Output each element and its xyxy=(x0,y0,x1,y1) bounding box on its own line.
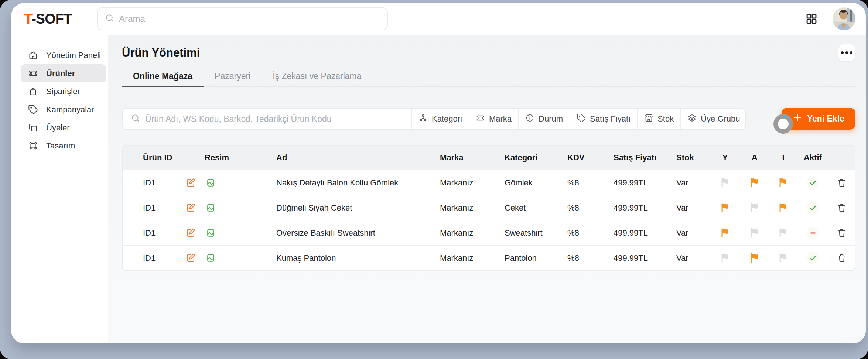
filter-durum[interactable]: Durum xyxy=(518,109,570,129)
filter-label: Satış Fiyatı xyxy=(590,114,631,124)
col-header-i: I xyxy=(769,153,797,163)
sidebar-item-uyeler[interactable]: Üyeler xyxy=(21,119,106,137)
sidebar-item-siparisler[interactable]: Siparişler xyxy=(21,82,106,100)
brand-logo-accent: T xyxy=(24,11,31,27)
sidebar-item-yonetim-paneli[interactable]: Yönetim Paneli xyxy=(21,46,106,64)
global-search-input[interactable] xyxy=(119,14,380,24)
image-icon[interactable] xyxy=(206,178,216,188)
click-indicator xyxy=(773,114,793,134)
product-name: Nakış Detaylı Balon Kollu Gömlek xyxy=(274,178,437,188)
edit-icon[interactable] xyxy=(186,228,196,238)
product-id: ID1 xyxy=(123,253,184,263)
product-kdv: %8 xyxy=(564,228,611,238)
trash-icon[interactable] xyxy=(837,253,847,263)
col-header-stok: Stok xyxy=(673,153,710,163)
filter-stok[interactable]: Stok xyxy=(637,109,680,129)
flag-i-icon[interactable] xyxy=(778,227,789,239)
active-status-icon[interactable] xyxy=(807,202,819,214)
filter-kategori[interactable]: Kategori xyxy=(411,109,469,129)
col-header-ad: Ad xyxy=(274,153,437,163)
col-header-a: A xyxy=(740,153,769,163)
table-row: ID1 Kumaş Pantolon Markanız Pantolon %8 … xyxy=(123,245,855,270)
filter-uye-grubu[interactable]: Üye Grubu xyxy=(680,109,746,129)
flag-y-icon[interactable] xyxy=(720,252,731,264)
filter-satis-fiyati[interactable]: Satış Fiyatı xyxy=(570,109,637,129)
col-header-resim: Resim xyxy=(184,153,274,163)
product-brand: Markanız xyxy=(437,203,502,213)
edit-icon[interactable] xyxy=(186,253,196,263)
row-quick-icons xyxy=(184,228,274,238)
col-header-aktif: Aktif xyxy=(797,153,828,163)
sidebar-item-tasarim[interactable]: Tasarım xyxy=(21,137,106,155)
row-quick-icons xyxy=(184,178,274,188)
product-brand: Markanız xyxy=(437,253,502,263)
active-status-icon[interactable] xyxy=(807,227,819,239)
flag-a-icon[interactable] xyxy=(749,202,761,213)
trash-icon[interactable] xyxy=(837,178,847,188)
col-header-y: Y xyxy=(710,153,740,163)
info-circle-icon xyxy=(525,113,534,125)
col-header-marka: Marka xyxy=(437,153,502,163)
edit-icon[interactable] xyxy=(186,203,196,213)
search-icon xyxy=(131,113,140,124)
flag-a-icon[interactable] xyxy=(749,252,761,264)
hierarchy-icon xyxy=(418,113,428,125)
flag-a-icon[interactable] xyxy=(749,177,761,188)
edit-icon[interactable] xyxy=(186,178,196,188)
sidebar-item-label: Kampanyalar xyxy=(46,105,94,114)
active-status-icon[interactable] xyxy=(807,252,819,264)
page-title: Ürün Yönetimi xyxy=(122,46,200,59)
row-quick-icons xyxy=(184,253,274,263)
user-avatar[interactable] xyxy=(833,7,855,30)
layers-icon xyxy=(687,113,697,125)
product-search-input[interactable] xyxy=(145,114,403,124)
brand-logo-text: -SOFT xyxy=(31,11,72,27)
filter-marka[interactable]: Marka xyxy=(469,109,518,129)
table-row: ID1 Oversize Baskılı Sweatshirt Markanız… xyxy=(123,220,855,245)
product-name: Düğmeli Siyah Ceket xyxy=(274,203,437,213)
flag-y-icon[interactable] xyxy=(720,227,731,239)
filter-label: Durum xyxy=(539,114,563,124)
ticket-icon xyxy=(28,68,38,78)
flag-i-icon[interactable] xyxy=(778,252,789,264)
active-status-icon[interactable] xyxy=(807,177,819,189)
sidebar-item-label: Siparişler xyxy=(46,87,80,96)
grid-apps-icon[interactable] xyxy=(804,11,819,27)
row-quick-icons xyxy=(184,203,274,213)
tab-online-magaza[interactable]: Online Mağaza xyxy=(122,66,204,86)
product-price: 499.99TL xyxy=(611,228,673,238)
col-header-kdv: KDV xyxy=(564,153,611,163)
image-icon[interactable] xyxy=(206,228,216,238)
product-search[interactable] xyxy=(123,109,411,129)
tab-pazaryeri[interactable]: Pazaryeri xyxy=(204,66,262,86)
shopping-bag-icon xyxy=(28,86,38,96)
trash-icon[interactable] xyxy=(837,203,847,213)
col-header-urun-id: Ürün ID xyxy=(123,153,184,163)
product-stock: Var xyxy=(673,203,710,213)
filter-label: Stok xyxy=(657,114,674,124)
product-name: Kumaş Pantolon xyxy=(274,253,437,263)
product-id: ID1 xyxy=(123,178,184,188)
sidebar-item-kampanyalar[interactable]: Kampanyalar xyxy=(21,100,106,119)
flag-y-icon[interactable] xyxy=(720,177,731,188)
global-search[interactable] xyxy=(97,7,388,30)
product-stock: Var xyxy=(673,178,710,188)
filter-label: Marka xyxy=(489,114,512,124)
product-stock: Var xyxy=(673,253,710,263)
image-icon[interactable] xyxy=(206,253,216,263)
more-options-button[interactable] xyxy=(838,44,855,61)
tag-icon xyxy=(577,113,586,125)
product-category: Pantolon xyxy=(502,253,564,263)
image-icon[interactable] xyxy=(206,203,216,213)
flag-a-icon[interactable] xyxy=(749,227,761,239)
product-price: 499.99TL xyxy=(611,203,673,213)
flag-y-icon[interactable] xyxy=(720,202,731,213)
product-kdv: %8 xyxy=(564,253,611,263)
flag-i-icon[interactable] xyxy=(778,202,789,213)
tab-is-zekasi-ve-pazarlama[interactable]: İş Zekası ve Pazarlama xyxy=(262,66,372,86)
table-row: ID1 Düğmeli Siyah Ceket Markanız Ceket %… xyxy=(123,195,855,220)
flag-i-icon[interactable] xyxy=(778,177,789,188)
filter-bar: Kategori Marka Durum Satış Fiyatı xyxy=(122,108,746,130)
trash-icon[interactable] xyxy=(837,228,847,238)
sidebar-item-urunler[interactable]: Ürünler xyxy=(21,64,106,82)
